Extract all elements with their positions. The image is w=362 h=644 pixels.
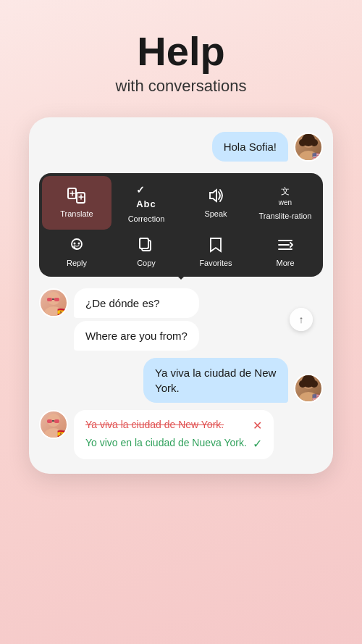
svg-point-1 xyxy=(299,151,318,162)
favorites-icon xyxy=(209,237,223,256)
transliteration-label: Translite­-ration xyxy=(259,212,312,221)
svg-point-9 xyxy=(78,242,80,244)
menu-item-translate[interactable]: Translate xyxy=(42,176,111,230)
scroll-up-button[interactable]: ↑ xyxy=(290,308,313,331)
avatar-sofia-2 xyxy=(294,374,323,403)
svg-rect-18 xyxy=(47,298,52,301)
speak-icon xyxy=(207,188,224,206)
page-title: Help xyxy=(22,29,340,74)
svg-rect-19 xyxy=(54,298,59,301)
favorites-label: Favorites xyxy=(199,259,232,268)
svg-point-3 xyxy=(299,139,306,146)
menu-item-favorites[interactable]: Favorites xyxy=(181,230,251,274)
reply-label: Reply xyxy=(67,259,87,268)
translate-icon xyxy=(67,188,86,206)
header: Help with conversations xyxy=(0,0,362,110)
svg-point-16 xyxy=(44,306,63,317)
more-label: More xyxy=(276,259,294,268)
svg-point-22 xyxy=(299,392,318,403)
phone-container: Hola Sofia! xyxy=(29,117,333,474)
bubble-answer: Ya viva la ciudad de New York. xyxy=(143,358,288,403)
correction-wrong-row: Ya viva la ciudad de New York. ✕ xyxy=(85,419,262,432)
svg-point-7 xyxy=(72,239,82,249)
message-row-answer: Ya viva la ciudad de New York. xyxy=(39,358,323,403)
svg-point-8 xyxy=(74,242,76,244)
svg-rect-11 xyxy=(140,238,148,248)
avatar-left-2 xyxy=(39,410,68,439)
avatar-left xyxy=(39,288,68,317)
svg-point-26 xyxy=(44,428,63,439)
correction-right-text: Yo vivo en la ciudad de Nueva York. xyxy=(85,437,247,448)
bubble-hola: Hola Sofia! xyxy=(212,132,288,162)
svg-rect-28 xyxy=(47,419,52,423)
message-row-hola: Hola Sofia! xyxy=(39,132,323,162)
copy-label: Copy xyxy=(137,259,156,268)
menu-item-transliteration[interactable]: 文wen Translite­-ration xyxy=(251,176,320,230)
correction-right-row: Yo vivo en la ciudad de Nueva York. ✓ xyxy=(85,437,262,451)
message-group-correction: Ya viva la ciudad de New York. ✕ Yo vivo… xyxy=(39,410,323,459)
svg-rect-29 xyxy=(54,419,59,423)
correction-check-icon: ✓ xyxy=(253,437,262,451)
more-icon xyxy=(277,237,294,256)
correction-bubble: Ya viva la ciudad de New York. ✕ Yo vivo… xyxy=(74,410,274,459)
menu-row-1: Translate ✓Abc Correction xyxy=(42,176,320,230)
correction-icon: ✓Abc xyxy=(136,183,156,212)
menu-item-copy[interactable]: Copy xyxy=(111,230,181,274)
bubble-question-es: ¿De dónde es? xyxy=(74,288,199,318)
transliteration-icon: 文wen xyxy=(279,186,292,209)
menu-row-2: Reply Copy xyxy=(42,230,320,274)
message-group-question: ¿De dónde es? Where are you from? ↑ xyxy=(39,288,323,351)
reply-icon xyxy=(68,237,85,256)
correction-x-icon: ✕ xyxy=(253,419,262,432)
page-subtitle: with conversations xyxy=(22,77,340,96)
context-menu: Translate ✓Abc Correction xyxy=(39,173,323,277)
bubble-question-en: Where are you from? xyxy=(74,321,199,351)
question-bubbles: ¿De dónde es? Where are you from? xyxy=(74,288,199,351)
chat-area: Hola Sofia! xyxy=(39,132,323,460)
menu-item-correction[interactable]: ✓Abc Correction xyxy=(111,176,181,230)
svg-point-4 xyxy=(311,139,318,146)
menu-item-speak[interactable]: Speak xyxy=(181,176,251,230)
menu-item-reply[interactable]: Reply xyxy=(42,230,111,274)
menu-item-more[interactable]: More xyxy=(251,230,320,274)
svg-point-25 xyxy=(311,380,318,388)
speak-label: Speak xyxy=(204,209,227,219)
correction-label: Correction xyxy=(128,214,165,224)
translate-label: Translate xyxy=(60,209,93,219)
svg-point-24 xyxy=(299,380,306,388)
copy-icon xyxy=(138,237,154,256)
correction-wrong-text: Ya viva la ciudad de New York. xyxy=(85,419,224,430)
avatar-sofia xyxy=(294,133,323,162)
